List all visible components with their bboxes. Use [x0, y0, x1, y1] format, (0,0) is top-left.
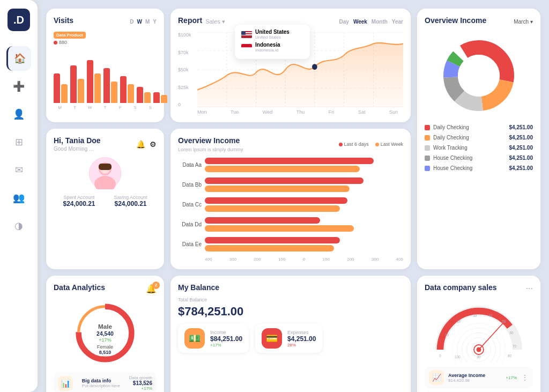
bar: [153, 92, 160, 103]
visits-tabs: D W M Y: [130, 19, 157, 25]
hbar-red: [205, 217, 320, 224]
sidebar-item-users[interactable]: 👥: [6, 186, 31, 210]
analytics-donut-svg: Male 24,540 +17% Female 8,510 -29%: [70, 298, 140, 368]
svg-text:-29%: -29%: [100, 355, 110, 360]
gear-icon[interactable]: ⚙: [150, 140, 157, 149]
avatar: [89, 157, 121, 189]
sidebar-item-add[interactable]: ➕: [6, 74, 31, 99]
hbar-red: [205, 158, 374, 164]
hbar-red: [205, 197, 347, 204]
svg-rect-32: [99, 164, 112, 170]
tab-w[interactable]: W: [137, 19, 142, 25]
legend-dot-red: [54, 41, 57, 45]
tab-year[interactable]: Year: [392, 19, 403, 25]
hbar-row: Data Ee: [178, 237, 403, 252]
expenses-icon: 💳: [262, 328, 282, 349]
visits-card: Visits D W M Y Data Product 880 MTWTFSS: [46, 9, 164, 122]
hi-header: Hi, Tania Doe Good Morning ... 🔔 ⚙: [54, 136, 157, 152]
visits-title: Visits: [54, 16, 73, 25]
income-dot: [425, 166, 430, 171]
svg-text:+17%: +17%: [99, 337, 111, 343]
svg-rect-7: [241, 31, 246, 35]
hbar-orange: [205, 186, 350, 192]
sidebar-item-theme[interactable]: ◑: [6, 213, 31, 238]
tab-m[interactable]: M: [145, 19, 150, 25]
report-card: Report Sales ▾ Day Week Month Year Unite…: [170, 9, 411, 122]
visits-bar-chart: [54, 49, 157, 103]
bar: [144, 92, 151, 103]
chevron-down-icon: ▾: [222, 18, 225, 25]
saving-account: Saving Account $24,000.21: [114, 195, 147, 208]
svg-text:8,510: 8,510: [99, 350, 112, 355]
svg-rect-9: [241, 47, 252, 51]
sidebar-item-profile[interactable]: 👤: [6, 102, 31, 127]
horizontal-bar-chart: Data Aa Data Bb Data Cc: [178, 158, 403, 262]
spent-account: Spent Account $24,000.21: [63, 195, 95, 208]
bar: [54, 73, 60, 103]
user-name: Hi, Tania Doe: [54, 136, 101, 145]
svg-text:80: 80: [508, 354, 512, 358]
bar: [161, 95, 167, 103]
hi-icons: 🔔 ⚙: [136, 140, 157, 149]
tooltip-badge: Data Product: [54, 32, 86, 39]
income-row: Daily Checking $4,251.00: [425, 135, 533, 140]
svg-point-27: [458, 55, 500, 97]
sidebar-item-home[interactable]: 🏠: [6, 46, 31, 71]
more-options-icon[interactable]: ···: [526, 284, 533, 293]
donut-chart-svg: [439, 35, 519, 116]
bar: [120, 76, 127, 103]
report-dropdown[interactable]: Sales ▾: [205, 18, 225, 25]
svg-text:60: 60: [510, 331, 514, 335]
report-tooltip: United States United States Indonesia In…: [235, 25, 310, 59]
country1-sub: United States: [255, 35, 290, 40]
tab-d[interactable]: D: [130, 19, 133, 25]
legend-dot-orange: [375, 143, 379, 146]
overview-m-header: Overview Income Lorem Ipsum is simply du…: [178, 136, 403, 152]
logo: .D: [8, 9, 30, 31]
svg-text:24,540: 24,540: [97, 331, 114, 337]
visits-x-labels: MTWTFSS: [54, 105, 157, 110]
income-icon: 💵: [184, 328, 205, 349]
hbar-orange: [205, 166, 360, 172]
hbar-orange: [205, 205, 340, 212]
sidebar-item-mail[interactable]: ✉: [6, 158, 31, 182]
hbar-row: Data Bb: [178, 177, 403, 192]
sidebar-item-grid[interactable]: ⊞: [6, 130, 31, 154]
tab-day[interactable]: Day: [339, 19, 349, 25]
balance-card: My Balance Total Balance $784,251.00 💵 I…: [170, 276, 411, 392]
sales-title: Data company sales: [425, 283, 497, 292]
greeting-sub: Good Morning ...: [54, 146, 101, 152]
hbar-orange: [205, 245, 334, 252]
balance-items: 💵 Income $84,251.00 +17% 💳 Expenses $4,2…: [178, 324, 403, 353]
analytics-card: Data Analytics 🔔 2 Male 24,540 +17% Fema…: [46, 276, 164, 392]
hbar-red: [205, 237, 340, 243]
account-row: Spent Account $24,000.21 Saving Account …: [54, 195, 157, 208]
svg-text:50: 50: [502, 320, 506, 323]
main-content: Visits D W M Y Data Product 880 MTWTFSS: [38, 0, 549, 392]
overview-m-title: Overview Income: [178, 136, 243, 145]
bar: [111, 82, 117, 103]
sales-list: 📈 Average Income $14,420.98 +17% ⋮ 💸 Ave…: [425, 367, 533, 392]
month-label: March: [514, 19, 529, 25]
bar: [103, 68, 110, 103]
row-options-icon[interactable]: ⋮: [521, 373, 529, 382]
month-dropdown[interactable]: March ▾: [514, 19, 533, 25]
balance-title: My Balance: [178, 283, 403, 292]
big-data-icon: 📊: [58, 376, 73, 391]
svg-text:0: 0: [439, 354, 441, 358]
income-dot: [425, 125, 430, 130]
bar: [128, 84, 134, 103]
svg-rect-8: [241, 44, 252, 48]
tab-y[interactable]: Y: [153, 19, 157, 25]
us-flag: [241, 31, 252, 38]
tab-week[interactable]: Week: [353, 19, 367, 25]
bell-icon[interactable]: 🔔: [136, 140, 145, 149]
svg-text:Male: Male: [98, 323, 112, 330]
legend-value: 880: [59, 40, 67, 45]
svg-text:20: 20: [457, 320, 462, 323]
bar: [61, 84, 68, 103]
sales-header: Data company sales ···: [425, 283, 533, 294]
tab-month[interactable]: Month: [372, 19, 388, 25]
svg-rect-4: [241, 35, 252, 36]
income-row: Work Tracking $4,251.00: [425, 145, 533, 151]
